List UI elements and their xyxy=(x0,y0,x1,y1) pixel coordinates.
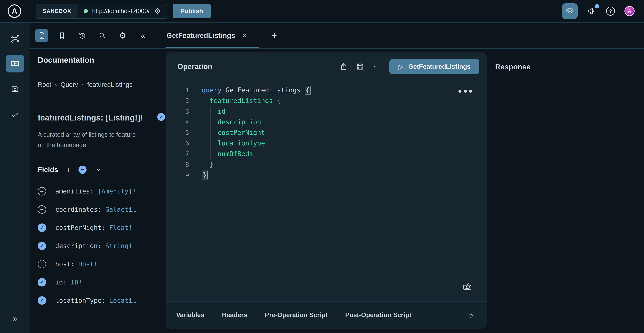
code-text: } xyxy=(202,161,214,168)
new-tab-button[interactable]: + xyxy=(272,31,277,41)
field-signature: costPerNight: Float! xyxy=(55,224,132,231)
chevron-up-icon xyxy=(466,311,475,319)
sandbox-badge: SANDBOX xyxy=(36,4,78,18)
collapse-docs-button[interactable]: « xyxy=(141,31,145,40)
breadcrumb-item[interactable]: featuredListings xyxy=(87,81,132,88)
toolbar-border xyxy=(30,48,644,49)
field-signature: id: ID! xyxy=(55,278,82,286)
field-selected-icon[interactable]: ✓ xyxy=(38,278,46,286)
indent-guide xyxy=(210,106,211,159)
field-selected-badge[interactable]: ✓ xyxy=(157,113,165,121)
tab-variables[interactable]: Variables xyxy=(176,311,204,319)
docs-tab-documentation[interactable] xyxy=(35,29,48,42)
notification-dot xyxy=(595,4,599,9)
announcements-button[interactable] xyxy=(587,7,596,16)
fields-heading: Fields xyxy=(38,166,58,174)
operation-settings-bar: Variables Headers Pre-Operation Script P… xyxy=(166,301,487,328)
main-area: GetFeaturedListings × + Operation ▷ GetF… xyxy=(165,23,644,333)
line-number: 9 xyxy=(166,171,189,179)
sort-arrow-icon[interactable]: ↓ xyxy=(66,166,70,174)
code-text: costPerNight xyxy=(202,129,265,136)
collapse-panel-button[interactable] xyxy=(466,311,475,319)
code-line: 2 featuredListings { xyxy=(166,95,487,106)
sidebar-item-changelog[interactable] xyxy=(6,80,24,98)
save-options-button[interactable] xyxy=(372,64,378,70)
field-row[interactable]: +amenities: [Amenity]! xyxy=(38,182,165,200)
active-tab-underline xyxy=(166,47,259,48)
breadcrumb-separator: › xyxy=(78,82,87,88)
code-text: query GetFeaturedListings { xyxy=(202,86,310,94)
documentation-panel: ⚙ « Documentation Root›Query›featuredLis… xyxy=(30,23,165,333)
code-line: 9} xyxy=(166,170,487,180)
chevron-down-icon[interactable] xyxy=(95,166,102,173)
document-icon xyxy=(38,31,46,40)
field-add-icon[interactable]: + xyxy=(38,187,46,195)
code-line: 3 id xyxy=(166,106,487,117)
sidebar-item-supergraph[interactable] xyxy=(6,30,24,48)
cube-icon xyxy=(565,7,574,16)
chevron-down-icon xyxy=(372,64,378,70)
help-button[interactable]: ? xyxy=(606,7,615,16)
tab-getfeaturedlistings[interactable]: GetFeaturedListings × xyxy=(165,32,258,40)
field-title: featuredListings: [Listing!]! xyxy=(38,111,148,124)
field-row[interactable]: ✓id: ID! xyxy=(38,273,165,291)
publish-button[interactable]: Publish xyxy=(173,4,211,18)
field-add-icon[interactable]: + xyxy=(38,260,46,268)
code-text: featuredListings { xyxy=(202,97,281,105)
user-avatar[interactable]: A xyxy=(624,6,634,16)
field-add-icon[interactable]: + xyxy=(38,205,46,214)
code-line: 7 numOfBeds xyxy=(166,148,487,159)
close-tab-icon[interactable]: × xyxy=(242,32,246,39)
play-icon: ▷ xyxy=(398,63,403,71)
save-button[interactable] xyxy=(356,63,364,71)
field-selected-icon[interactable]: ✓ xyxy=(38,223,46,232)
field-signature: amenities: [Amenity]! xyxy=(55,188,136,195)
field-row[interactable]: ✓locationType: Locati… xyxy=(38,291,165,309)
editor-overflow-menu[interactable] xyxy=(458,90,472,93)
tab-headers[interactable]: Headers xyxy=(222,311,247,319)
field-row[interactable]: +host: Host! xyxy=(38,255,165,273)
field-selected-icon[interactable]: ✓ xyxy=(38,242,46,250)
code-text: locationType xyxy=(202,139,265,147)
line-number: 4 xyxy=(166,118,189,126)
docs-tab-settings[interactable]: ⚙ xyxy=(116,29,129,42)
tab-pre-operation-script[interactable]: Pre-Operation Script xyxy=(265,311,328,319)
line-number: 7 xyxy=(166,150,189,158)
keyboard-shortcuts-button[interactable] xyxy=(462,281,472,291)
endpoint-input[interactable]: http://localhost:4000/ xyxy=(92,8,150,15)
docs-panel-title: Documentation xyxy=(38,56,165,65)
code-line: 8 } xyxy=(166,159,487,170)
field-signature: locationType: Locati… xyxy=(55,297,136,304)
endpoint-pill: SANDBOX http://localhost:4000/ ⚙ xyxy=(36,4,167,19)
keyboard-icon xyxy=(462,281,472,291)
breadcrumb: Root›Query›featuredListings xyxy=(38,79,146,91)
deselect-all-icon[interactable]: − xyxy=(78,166,86,174)
run-operation-button[interactable]: ▷ GetFeaturedListings xyxy=(389,59,479,74)
bookmark-icon xyxy=(58,31,66,40)
docs-tab-bookmarks[interactable] xyxy=(56,29,68,42)
connection-status-dot xyxy=(84,9,88,13)
tab-post-operation-script[interactable]: Post-Operation Script xyxy=(345,311,412,319)
breadcrumb-item[interactable]: Root xyxy=(38,81,51,88)
breadcrumb-item[interactable]: Query xyxy=(61,81,78,88)
field-row[interactable]: +coordinates: Galacti… xyxy=(38,200,165,219)
supergraph-icon xyxy=(10,34,20,44)
indent-guide xyxy=(202,95,203,170)
sidebar-item-checks[interactable] xyxy=(6,106,24,123)
docs-tab-search[interactable] xyxy=(96,29,109,42)
code-line: 4 description xyxy=(166,117,487,127)
code-text: } xyxy=(202,171,208,179)
graph-cube-button[interactable] xyxy=(562,3,578,19)
sidebar-item-explorer[interactable] xyxy=(6,55,24,73)
ellipsis-icon xyxy=(458,90,462,93)
operation-tab-bar: GetFeaturedListings × + xyxy=(165,23,644,48)
docs-tab-history[interactable] xyxy=(76,29,88,42)
field-selected-icon[interactable]: ✓ xyxy=(38,296,46,305)
field-row[interactable]: ✓costPerNight: Float! xyxy=(38,219,165,237)
share-button[interactable] xyxy=(340,62,348,71)
expand-rail-button[interactable]: » xyxy=(13,314,17,323)
endpoint-settings-icon[interactable]: ⚙ xyxy=(154,7,161,15)
field-signature: coordinates: Galacti… xyxy=(55,206,136,213)
operation-editor[interactable]: 1query GetFeaturedListings {2 featuredLi… xyxy=(166,85,487,180)
field-row[interactable]: ✓description: String! xyxy=(38,237,165,255)
